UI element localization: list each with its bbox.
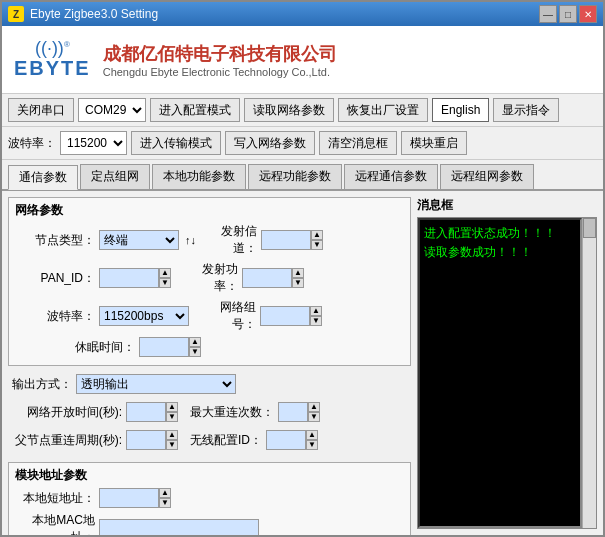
output-select[interactable]: 透明输出 [76,374,236,394]
pan-id-row: PAN_ID： FFFF ▲ ▼ 发射功率： 20.0 ▲ ▼ [15,261,404,295]
transmit-channel-down[interactable]: ▼ [311,240,323,250]
tab-remote-network[interactable]: 远程组网参数 [440,164,534,189]
company-cn-text: 成都亿佰特电子科技有限公司 [103,42,337,66]
pan-id-input[interactable]: FFFF [99,268,159,288]
wireless-config-up[interactable]: ▲ [306,430,318,440]
transmit-power-up[interactable]: ▲ [292,268,304,278]
logo-ebyte-text: EBYTE [14,57,91,80]
toolbar2: 波特率： 115200 进入传输模式 写入网络参数 清空消息框 模块重启 [2,127,603,160]
tabs-bar: 通信参数 定点组网 本地功能参数 远程功能参数 远程通信参数 远程组网参数 [2,160,603,191]
pan-id-up[interactable]: ▲ [159,268,171,278]
maximize-button[interactable]: □ [559,5,577,23]
right-panel: 消息框 进入配置状态成功！！！读取参数成功！！！ [417,197,597,529]
minimize-button[interactable]: — [539,5,557,23]
mac-label: 本地MAC地址： [15,512,95,535]
main-window: Z Ebyte Zigbee3.0 Setting — □ ✕ ((·))® E… [0,0,605,537]
tab-local-func[interactable]: 本地功能参数 [152,164,246,189]
scrollbar[interactable] [582,218,596,528]
wireless-config-label: 无线配置ID： [190,432,262,449]
local-addr-row: 本地短地址： FFFE ▲ ▼ [15,488,404,508]
title-bar: Z Ebyte Zigbee3.0 Setting — □ ✕ [2,2,603,26]
transmit-power-spin: 20.0 ▲ ▼ [242,268,304,288]
node-type-row: 节点类型： 终端 ↑↓ 发射信道： 11 ▲ ▼ [15,223,404,257]
max-reconnect-spin: 5 ▲ ▼ [278,402,320,422]
local-addr-label: 本地短地址： [15,490,95,507]
wireless-config-input[interactable]: A88A [266,430,306,450]
message-box-container: 进入配置状态成功！！！读取参数成功！！！ [417,217,597,529]
max-reconnect-label: 最大重连次数： [190,404,274,421]
transmit-power-down[interactable]: ▼ [292,278,304,288]
net-open-down[interactable]: ▼ [166,412,178,422]
read-net-params-button[interactable]: 读取网络参数 [244,98,334,122]
wireless-config-spin: A88A ▲ ▼ [266,430,318,450]
transmit-channel-up[interactable]: ▲ [311,230,323,240]
network-id-input[interactable]: 0 [260,306,310,326]
network-id-down[interactable]: ▼ [310,316,322,326]
sleep-time-label: 休眠时间： [15,339,135,356]
local-addr-down[interactable]: ▼ [159,498,171,508]
parent-reconnect-input[interactable]: 5 [126,430,166,450]
local-addr-spin: FFFE ▲ ▼ [99,488,171,508]
logo-left: ((·))® EBYTE [14,39,91,80]
mac-row: 本地MAC地址： 0C 46 0C FE FF 9F FD 90 [15,512,404,535]
output-row: 输出方式： 透明输出 [12,374,411,394]
write-net-button[interactable]: 写入网络参数 [225,131,315,155]
parent-reconnect-spin: 5 ▲ ▼ [126,430,178,450]
main-content: 网络参数 节点类型： 终端 ↑↓ 发射信道： 11 ▲ ▼ [2,191,603,535]
network-id-label: 网络组号： [201,299,256,333]
restore-factory-button[interactable]: 恢复出厂设置 [338,98,428,122]
message-box-label: 消息框 [417,197,597,214]
transmit-power-input[interactable]: 20.0 [242,268,292,288]
transmit-power-label: 发射功率： [183,261,238,295]
local-addr-up[interactable]: ▲ [159,488,171,498]
max-reconnect-down[interactable]: ▼ [308,412,320,422]
tab-comm-params[interactable]: 通信参数 [8,165,78,190]
net-baud-label: 波特率： [15,308,95,325]
sleep-time-down[interactable]: ▼ [189,347,201,357]
sleep-time-up[interactable]: ▲ [189,337,201,347]
local-addr-input[interactable]: FFFE [99,488,159,508]
app-icon: Z [8,6,24,22]
language-button[interactable]: English [432,98,489,122]
output-label: 输出方式： [12,376,72,393]
parent-reconnect-down[interactable]: ▼ [166,440,178,450]
net-baud-select[interactable]: 115200bps [99,306,189,326]
transmit-channel-spin: 11 ▲ ▼ [261,230,323,250]
max-reconnect-up[interactable]: ▲ [308,402,320,412]
show-cmd-button[interactable]: 显示指令 [493,98,559,122]
sleep-time-input[interactable]: 84 [139,337,189,357]
reboot-button[interactable]: 模块重启 [401,131,467,155]
wireless-config-down[interactable]: ▼ [306,440,318,450]
left-panel: 网络参数 节点类型： 终端 ↑↓ 发射信道： 11 ▲ ▼ [8,197,411,529]
node-type-select[interactable]: 终端 [99,230,179,250]
max-reconnect-input[interactable]: 5 [278,402,308,422]
tab-fixed-network[interactable]: 定点组网 [80,164,150,189]
scroll-thumb[interactable] [583,218,596,238]
net-params-group: 网络参数 节点类型： 终端 ↑↓ 发射信道： 11 ▲ ▼ [8,197,411,366]
enter-config-button[interactable]: 进入配置模式 [150,98,240,122]
net-open-input[interactable]: 255 [126,402,166,422]
baud-select[interactable]: 115200 [60,131,127,155]
transmit-channel-input[interactable]: 11 [261,230,311,250]
tab-remote-comm[interactable]: 远程通信参数 [344,164,438,189]
parent-reconnect-up[interactable]: ▲ [166,430,178,440]
tab-remote-func[interactable]: 远程功能参数 [248,164,342,189]
network-id-up[interactable]: ▲ [310,306,322,316]
mac-input[interactable]: 0C 46 0C FE FF 9F FD 90 [99,519,259,535]
net-params-title: 网络参数 [15,202,404,219]
toolbar1: 关闭串口 COM29 进入配置模式 读取网络参数 恢复出厂设置 English … [2,94,603,127]
com-select[interactable]: COM29 [78,98,146,122]
close-button[interactable]: ✕ [579,5,597,23]
close-port-button[interactable]: 关闭串口 [8,98,74,122]
message-box[interactable]: 进入配置状态成功！！！读取参数成功！！！ [418,218,582,528]
header-logo: ((·))® EBYTE 成都亿佰特电子科技有限公司 Chengdu Ebyte… [2,26,603,94]
net-open-up[interactable]: ▲ [166,402,178,412]
transmit-channel-label: 发射信道： [202,223,257,257]
pan-id-down[interactable]: ▼ [159,278,171,288]
logo-right: 成都亿佰特电子科技有限公司 Chengdu Ebyte Electronic T… [103,42,337,78]
window-title: Ebyte Zigbee3.0 Setting [30,7,539,21]
clear-msg-button[interactable]: 清空消息框 [319,131,397,155]
enter-trans-button[interactable]: 进入传输模式 [131,131,221,155]
window-controls: — □ ✕ [539,5,597,23]
net-open-spin: 255 ▲ ▼ [126,402,178,422]
